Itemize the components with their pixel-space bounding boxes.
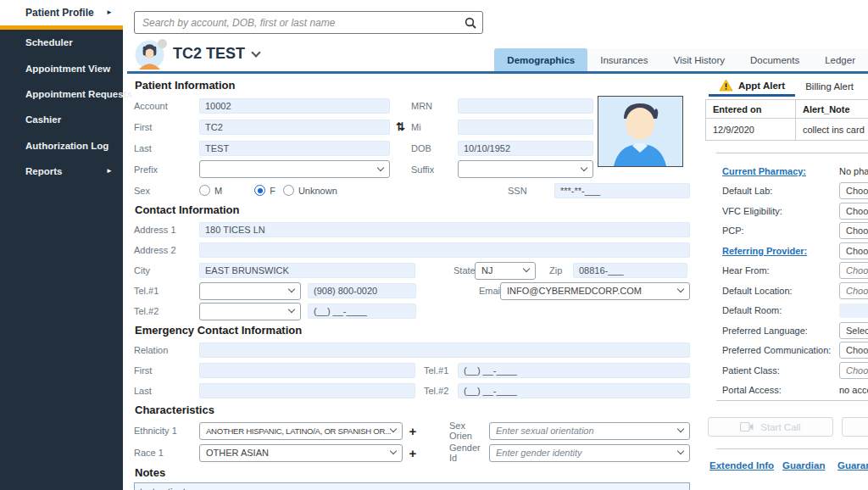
patient-name-dropdown[interactable]: TC2 TEST: [173, 45, 259, 63]
section-characteristics: Characteristics Ethnicity 1 ANOTHER HISP…: [134, 404, 690, 464]
field-label: First: [134, 122, 199, 132]
tab-demographics[interactable]: Demographics: [494, 48, 587, 71]
dob-field[interactable]: [458, 141, 593, 156]
account-field[interactable]: [199, 98, 390, 114]
sidebar-item-patient-profile[interactable]: Patient Profile ►: [0, 0, 123, 25]
guardian-link[interactable]: Guardian: [782, 460, 825, 471]
referring-provider-link[interactable]: Referring Provider:: [722, 246, 807, 256]
tab-ledger[interactable]: Ledger: [812, 48, 868, 71]
sidebar-item-label: Patient Profile: [25, 7, 94, 19]
emergency-tel2-field[interactable]: [458, 383, 690, 398]
tab-documents[interactable]: Documents: [737, 48, 812, 71]
portal-access-value: no acce: [839, 385, 868, 395]
hear-from-select[interactable]: Choo: [839, 262, 868, 279]
extended-info-link[interactable]: Extended Info: [709, 460, 774, 471]
gender-identity-select[interactable]: Enter gender identity: [489, 444, 690, 462]
sex-radio-male[interactable]: M: [199, 185, 222, 196]
sidebar-item-scheduler[interactable]: Scheduler: [0, 30, 123, 55]
tab-clinic-alert[interactable]: Clinic: [864, 76, 868, 97]
tab-billing-alert[interactable]: Billing Alert: [795, 76, 864, 97]
field-label: Address 1: [134, 225, 199, 235]
field-label: Account: [134, 101, 199, 111]
address2-field[interactable]: [199, 242, 690, 258]
preferred-communication-select[interactable]: Choo: [839, 342, 868, 359]
sidebar-item-appointment-view[interactable]: Appointment View: [0, 55, 123, 81]
ethnicity-select[interactable]: ANOTHER HISPANIC, LATINO/A, OR SPANISH O…: [199, 422, 403, 440]
tel2-field[interactable]: [308, 303, 416, 319]
field-row: Preferred Language: Selec: [705, 320, 868, 341]
tab-visit-history[interactable]: Visit History: [661, 48, 738, 71]
emergency-tel1-field[interactable]: [458, 363, 690, 378]
search-icon[interactable]: [459, 12, 482, 33]
sex-radio-female[interactable]: F: [254, 185, 275, 196]
referring-provider-select[interactable]: Choo: [839, 242, 868, 259]
city-field[interactable]: [199, 263, 415, 278]
tel1-type-select[interactable]: [199, 282, 301, 300]
vfc-eligibility-select[interactable]: Choo: [839, 203, 868, 220]
chevron-down-icon: [377, 164, 384, 170]
default-location-select[interactable]: Choo: [839, 282, 868, 299]
first-name-field[interactable]: [199, 120, 390, 135]
defaults-field-list: Current Pharmacy: No pha Default Lab: Ch…: [705, 161, 868, 400]
section-title: Notes: [135, 466, 690, 479]
add-ethnicity-button[interactable]: +: [409, 425, 417, 437]
current-pharmacy-link[interactable]: Current Pharmacy:: [722, 166, 806, 176]
email-select[interactable]: INFO@CYBERMEDCORP.COM: [500, 282, 690, 300]
main-content: TC2 TEST Demographics Insurances Visit H…: [123, 0, 868, 490]
form-row: Tel.#1 Email INFO@CYBERMEDCORP.COM: [134, 281, 690, 301]
prefix-select[interactable]: [199, 160, 390, 178]
search-input[interactable]: [135, 12, 459, 33]
form-row: Account MRN: [134, 95, 690, 116]
swap-names-icon[interactable]: ⇅: [396, 120, 405, 133]
sidebar-item-authorization-log[interactable]: Authorization Log: [0, 133, 123, 159]
patient-avatar: [135, 40, 164, 70]
tel1-field[interactable]: [308, 283, 416, 298]
sexual-orientation-select[interactable]: Enter sexual orientation: [489, 422, 690, 440]
field-row: Current Pharmacy: No pha: [705, 161, 868, 181]
zip-field[interactable]: [573, 263, 687, 278]
form-row: City State NJ Zip: [134, 260, 690, 281]
patient-name: TC2 TEST: [173, 45, 245, 63]
chevron-down-icon: [677, 448, 684, 454]
add-race-button[interactable]: +: [409, 447, 417, 459]
default-lab-select[interactable]: Choo: [839, 182, 868, 199]
state-select[interactable]: NJ: [475, 262, 536, 280]
mrn-field[interactable]: [458, 98, 593, 114]
emergency-first-field[interactable]: [199, 363, 415, 378]
chevron-down-icon: [251, 47, 260, 57]
address1-field[interactable]: [199, 222, 690, 237]
start-call-button[interactable]: Start Call: [708, 417, 833, 437]
sex-radio-unknown[interactable]: Unknown: [283, 185, 337, 196]
alert-table-row[interactable]: 12/9/2020 collect ins card: [706, 119, 868, 141]
chevron-down-icon: [288, 286, 295, 292]
section-patient-information: Patient Information Account MRN: [134, 79, 690, 201]
sidebar-item-reports[interactable]: Reports ►: [0, 159, 123, 184]
preferred-language-select[interactable]: Selec: [839, 322, 868, 339]
tab-insurances[interactable]: Insurances: [587, 48, 660, 71]
notes-textarea[interactable]: test patient: [134, 482, 690, 490]
emergency-last-field[interactable]: [199, 383, 415, 398]
middle-initial-field[interactable]: [458, 120, 593, 135]
field-row: Referring Provider: Choo: [705, 241, 868, 261]
field-label: Last: [134, 386, 199, 396]
secondary-call-button[interactable]: [842, 417, 868, 437]
pcp-select[interactable]: Choo: [839, 222, 868, 239]
tab-appt-alert[interactable]: Appt Alert: [709, 76, 795, 97]
guarantor-link[interactable]: Guaranto: [837, 460, 868, 471]
form-row: Ethnicity 1 ANOTHER HISPANIC, LATINO/A, …: [134, 420, 690, 442]
race-select[interactable]: OTHER ASIAN: [199, 444, 403, 462]
chevron-down-icon: [581, 164, 587, 170]
sidebar-item-appointment-requests[interactable]: Appointment Requests: [0, 81, 123, 107]
sidebar-item-label: Authorization Log: [25, 141, 108, 151]
ssn-field[interactable]: [554, 183, 690, 198]
alert-table-header-row: Entered on Alert_Note: [706, 100, 868, 119]
current-pharmacy-value: No pha: [839, 166, 868, 176]
last-name-field[interactable]: [199, 141, 390, 156]
sidebar-item-cashier[interactable]: Cashier: [0, 107, 123, 132]
suffix-select[interactable]: [458, 160, 593, 178]
patient-class-select[interactable]: Choo: [839, 362, 868, 379]
emergency-relation-field[interactable]: [199, 342, 690, 358]
tel2-type-select[interactable]: [199, 303, 301, 320]
section-title: Emergency Contact Information: [135, 324, 690, 337]
default-room-field[interactable]: [839, 303, 868, 318]
